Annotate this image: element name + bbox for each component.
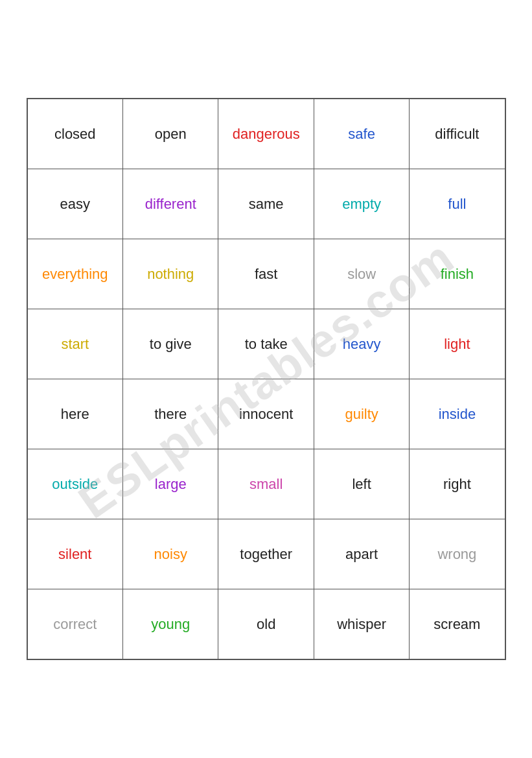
table-cell: heavy [314, 309, 410, 379]
table-cell: young [123, 589, 218, 659]
table-cell: silent [27, 519, 123, 589]
table-cell: safe [314, 99, 410, 169]
table-cell: to take [218, 309, 314, 379]
table-cell: everything [27, 239, 123, 309]
table-cell: innocent [218, 379, 314, 449]
table-cell: open [123, 99, 218, 169]
table-cell: together [218, 519, 314, 589]
table-row: startto giveto takeheavylight [27, 309, 505, 379]
table-cell: right [410, 449, 505, 519]
table-cell: wrong [410, 519, 505, 589]
table-cell: guilty [314, 379, 410, 449]
table-cell: empty [314, 169, 410, 239]
table-row: closedopendangeroussafedifficult [27, 99, 505, 169]
table-cell: start [27, 309, 123, 379]
table-cell: nothing [123, 239, 218, 309]
table-cell: easy [27, 169, 123, 239]
table-row: everythingnothingfastslowfinish [27, 239, 505, 309]
table-cell: to give [123, 309, 218, 379]
table-cell: slow [314, 239, 410, 309]
table-cell: scream [410, 589, 505, 659]
table-cell: finish [410, 239, 505, 309]
table-row: easydifferentsameemptyfull [27, 169, 505, 239]
table-row: correctyoungoldwhisperscream [27, 589, 505, 659]
table-cell: full [410, 169, 505, 239]
table-cell: same [218, 169, 314, 239]
word-table: closedopendangeroussafedifficulteasydiff… [27, 99, 505, 659]
word-table-wrapper: closedopendangeroussafedifficulteasydiff… [27, 98, 506, 660]
table-cell: dangerous [218, 99, 314, 169]
table-cell: light [410, 309, 505, 379]
table-cell: fast [218, 239, 314, 309]
table-row: outsidelargesmallleftright [27, 449, 505, 519]
table-row: herethereinnocentguiltyinside [27, 379, 505, 449]
table-cell: noisy [123, 519, 218, 589]
table-cell: whisper [314, 589, 410, 659]
table-cell: inside [410, 379, 505, 449]
table-cell: outside [27, 449, 123, 519]
table-cell: apart [314, 519, 410, 589]
table-cell: correct [27, 589, 123, 659]
table-row: silentnoisytogetherapartwrong [27, 519, 505, 589]
table-cell: small [218, 449, 314, 519]
table-cell: old [218, 589, 314, 659]
table-cell: different [123, 169, 218, 239]
table-cell: large [123, 449, 218, 519]
table-cell: there [123, 379, 218, 449]
table-cell: difficult [410, 99, 505, 169]
table-cell: closed [27, 99, 123, 169]
table-cell: left [314, 449, 410, 519]
table-cell: here [27, 379, 123, 449]
